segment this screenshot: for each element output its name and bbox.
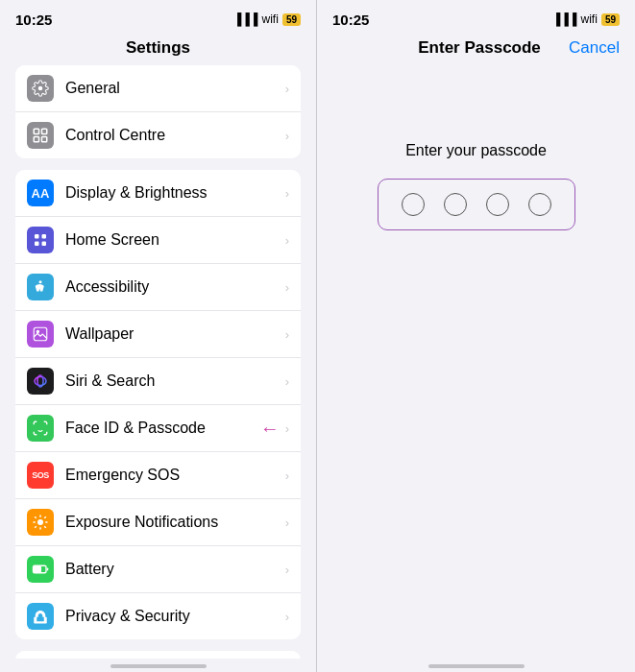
settings-group-2: AA Display & Brightness › Home Screen › … xyxy=(15,170,301,639)
svg-rect-10 xyxy=(34,327,47,341)
home-screen-icon xyxy=(27,227,54,253)
settings-item-general[interactable]: General › xyxy=(15,65,301,112)
svg-line-22 xyxy=(44,516,46,518)
control-centre-icon xyxy=(27,122,54,149)
control-centre-chevron: › xyxy=(285,129,289,143)
right-battery-indicator: 59 xyxy=(601,13,620,26)
svg-rect-2 xyxy=(42,129,47,133)
settings-group-3: App Store › Wallet › xyxy=(15,651,301,659)
settings-item-display[interactable]: AA Display & Brightness › xyxy=(15,170,301,217)
highlight-arrow: ← xyxy=(260,418,280,440)
display-icon: AA xyxy=(27,180,54,206)
settings-item-privacy[interactable]: Privacy & Security › xyxy=(15,593,301,639)
accessibility-label: Accessibility xyxy=(65,278,285,296)
settings-item-home-screen[interactable]: Home Screen › xyxy=(15,217,301,264)
emergency-sos-icon: SOS xyxy=(27,462,54,489)
settings-item-app-store[interactable]: App Store › xyxy=(15,651,301,659)
right-signal-icon: ▐▐▐ xyxy=(552,12,577,26)
exposure-icon xyxy=(27,509,54,536)
accessibility-icon xyxy=(27,274,54,300)
passcode-circle-1 xyxy=(402,193,425,216)
left-status-icons: ▐▐▐ wifi 59 xyxy=(233,12,301,26)
svg-rect-7 xyxy=(35,242,39,247)
face-id-icon xyxy=(27,415,54,442)
settings-item-exposure[interactable]: Exposure Notifications › xyxy=(15,499,301,546)
svg-point-9 xyxy=(39,280,42,283)
settings-item-siri[interactable]: Siri & Search › xyxy=(15,358,301,405)
emergency-sos-label: Emergency SOS xyxy=(65,467,285,484)
settings-item-face-id[interactable]: Face ID & Passcode ← › xyxy=(15,405,301,452)
wifi-icon: wifi xyxy=(262,12,279,26)
passcode-content: Enter your passcode xyxy=(317,65,635,659)
svg-point-11 xyxy=(37,330,38,332)
battery-indicator: 59 xyxy=(282,13,301,26)
privacy-chevron: › xyxy=(285,610,289,624)
settings-item-battery[interactable]: Battery › xyxy=(15,546,301,593)
signal-icon: ▐▐▐ xyxy=(233,12,258,26)
right-status-icons: ▐▐▐ wifi 59 xyxy=(552,12,620,26)
svg-rect-8 xyxy=(42,242,47,247)
settings-title: Settings xyxy=(0,35,316,65)
enter-passcode-panel: 10:25 ▐▐▐ wifi 59 Enter Passcode Cancel … xyxy=(317,0,635,672)
face-id-label: Face ID & Passcode xyxy=(65,420,260,437)
battery-label: Battery xyxy=(65,561,285,578)
svg-rect-5 xyxy=(35,234,39,239)
siri-chevron: › xyxy=(285,374,289,389)
privacy-icon xyxy=(27,603,54,630)
svg-line-21 xyxy=(35,526,37,528)
accessibility-chevron: › xyxy=(285,280,289,295)
settings-list: General › Control Centre › AA Display & … xyxy=(0,65,316,659)
siri-label: Siri & Search xyxy=(65,372,285,390)
display-chevron: › xyxy=(285,186,289,201)
cancel-button[interactable]: Cancel xyxy=(569,38,620,58)
passcode-input-area[interactable] xyxy=(378,179,575,230)
display-label: Display & Brightness xyxy=(65,184,285,202)
svg-line-19 xyxy=(35,516,37,518)
wallpaper-chevron: › xyxy=(285,327,289,342)
svg-point-14 xyxy=(37,519,43,525)
general-chevron: › xyxy=(285,82,289,96)
control-centre-label: Control Centre xyxy=(65,127,285,144)
wallpaper-label: Wallpaper xyxy=(65,325,285,343)
svg-rect-6 xyxy=(42,234,47,239)
passcode-prompt: Enter your passcode xyxy=(405,142,547,159)
right-status-bar: 10:25 ▐▐▐ wifi 59 xyxy=(317,0,635,35)
settings-item-emergency-sos[interactable]: SOS Emergency SOS › xyxy=(15,452,301,499)
svg-rect-4 xyxy=(42,137,47,142)
svg-line-20 xyxy=(44,526,46,528)
exposure-chevron: › xyxy=(285,516,289,530)
privacy-label: Privacy & Security xyxy=(65,608,285,625)
settings-item-control-centre[interactable]: Control Centre › xyxy=(15,112,301,158)
passcode-circle-4 xyxy=(528,193,551,216)
home-screen-chevron: › xyxy=(285,233,289,248)
passcode-header: Enter Passcode Cancel xyxy=(317,35,635,65)
svg-point-12 xyxy=(35,377,46,386)
settings-item-wallpaper[interactable]: Wallpaper › xyxy=(15,311,301,358)
general-label: General xyxy=(65,80,285,97)
battery-chevron: › xyxy=(285,563,289,577)
battery-icon xyxy=(27,556,54,583)
settings-panel: 10:25 ▐▐▐ wifi 59 Settings General › Con… xyxy=(0,0,317,672)
left-time: 10:25 xyxy=(15,12,52,28)
settings-item-accessibility[interactable]: Accessibility › xyxy=(15,264,301,311)
svg-point-0 xyxy=(38,86,43,91)
left-home-bar xyxy=(110,664,207,668)
wallpaper-icon xyxy=(27,321,54,348)
passcode-circle-2 xyxy=(444,193,467,216)
general-icon xyxy=(27,75,54,102)
left-status-bar: 10:25 ▐▐▐ wifi 59 xyxy=(0,0,316,35)
emergency-sos-chevron: › xyxy=(285,468,289,483)
passcode-circle-3 xyxy=(486,193,509,216)
right-home-bar xyxy=(428,664,525,668)
home-screen-label: Home Screen xyxy=(65,231,285,249)
settings-group-1: General › Control Centre › xyxy=(15,65,301,158)
right-wifi-icon: wifi xyxy=(581,12,598,26)
svg-rect-1 xyxy=(34,129,38,133)
siri-icon xyxy=(27,368,54,395)
exposure-label: Exposure Notifications xyxy=(65,514,285,531)
svg-rect-24 xyxy=(35,566,41,571)
passcode-title: Enter Passcode xyxy=(418,38,541,58)
svg-rect-3 xyxy=(34,137,38,142)
right-time: 10:25 xyxy=(332,12,369,28)
face-id-chevron: › xyxy=(285,421,289,436)
